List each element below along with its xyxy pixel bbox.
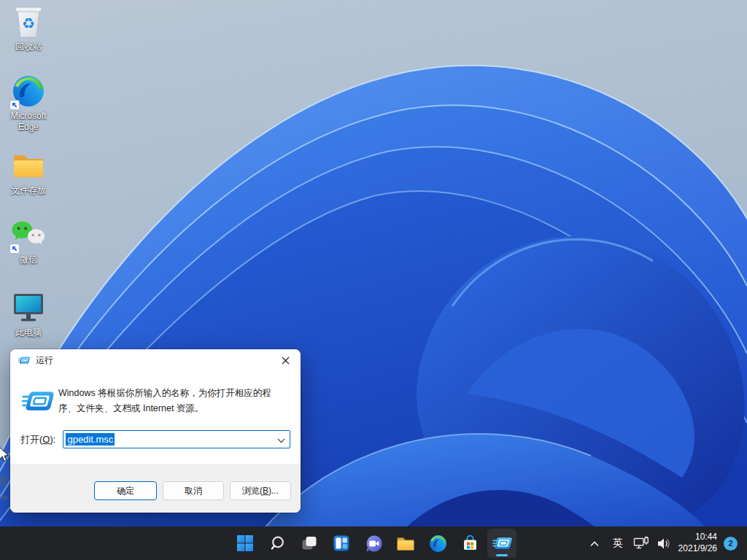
shortcut-arrow-icon — [9, 100, 20, 110]
store-button[interactable] — [455, 529, 484, 558]
run-dialog: 运行 Windows 将根据你所输入的名称，为你打开相应的程序、文件夹、文档或 … — [10, 349, 301, 513]
clock-time: 10:44 — [678, 532, 717, 543]
edge-button[interactable] — [423, 529, 452, 558]
widgets-icon — [333, 534, 350, 552]
chat-icon — [365, 534, 383, 553]
search-button[interactable] — [263, 529, 292, 558]
widgets-button[interactable] — [327, 529, 356, 558]
recycle-bin-icon: ♻ — [11, 4, 46, 39]
run-icon — [18, 355, 30, 365]
active-app-indicator — [496, 554, 508, 556]
desktop-icon-edge[interactable]: Microsoft Edge — [1, 74, 56, 133]
desktop-icon-wechat[interactable]: 微信 — [1, 217, 56, 265]
taskbar: 英 10:44 2021/9/26 2 — [0, 526, 747, 560]
svg-text:♻: ♻ — [22, 15, 35, 31]
hidden-icons-chevron[interactable] — [587, 532, 603, 554]
chat-button[interactable] — [359, 529, 388, 558]
ok-button[interactable]: 确定 — [94, 481, 157, 500]
task-view-icon — [301, 534, 318, 552]
network-icon[interactable] — [633, 532, 649, 554]
search-icon — [268, 534, 286, 552]
desktop-icon-this-pc[interactable]: 此电脑 — [1, 290, 56, 338]
browse-button[interactable]: 浏览(B)... — [230, 481, 291, 500]
windows-logo-icon — [236, 534, 254, 552]
start-button[interactable] — [231, 529, 260, 558]
cancel-button[interactable]: 取消 — [163, 481, 224, 500]
run-icon — [22, 388, 54, 417]
desktop-icon-label: 回收站 — [15, 42, 42, 52]
run-command-input[interactable]: gpedit.msc — [63, 430, 290, 448]
desktop-icon-label: 此电脑 — [15, 327, 42, 338]
input-method-indicator[interactable]: 英 — [609, 537, 627, 550]
desktop-icon-files[interactable]: 文件存放 — [1, 148, 56, 196]
taskbar-clock[interactable]: 10:44 2021/9/26 — [678, 532, 717, 554]
file-explorer-icon — [396, 535, 415, 552]
run-dialog-title: 运行 — [36, 354, 270, 367]
desktop-icon-label: 微信 — [20, 254, 37, 265]
close-icon[interactable] — [270, 349, 301, 371]
volume-icon[interactable] — [656, 532, 672, 554]
run-dialog-titlebar[interactable]: 运行 — [10, 349, 301, 371]
shortcut-arrow-icon — [9, 244, 20, 254]
wechat-icon — [11, 217, 46, 252]
chevron-down-icon[interactable] — [277, 433, 285, 446]
clock-date: 2021/9/26 — [678, 543, 717, 555]
edge-icon — [11, 74, 46, 109]
run-icon — [492, 535, 512, 551]
run-app-taskbar-button[interactable] — [487, 529, 516, 558]
edge-icon — [429, 534, 447, 553]
open-label: 打开(O): — [20, 433, 55, 446]
desktop-icon-label: Microsoft Edge — [1, 111, 56, 133]
obscured-desktop-icon — [0, 474, 9, 503]
notification-badge[interactable]: 2 — [724, 537, 738, 551]
desktop-icon-recycle-bin[interactable]: ♻ 回收站 — [1, 4, 56, 52]
run-dialog-body: Windows 将根据你所输入的名称，为你打开相应的程序、文件夹、文档或 Int… — [10, 371, 301, 464]
file-explorer-button[interactable] — [391, 529, 420, 558]
this-pc-icon — [11, 290, 46, 325]
run-dialog-footer: 确定 取消 浏览(B)... — [10, 464, 301, 513]
task-view-button[interactable] — [295, 529, 324, 558]
desktop-icon-label: 文件存放 — [11, 185, 46, 196]
run-dialog-description: Windows 将根据你所输入的名称，为你打开相应的程序、文件夹、文档或 Int… — [58, 386, 286, 416]
run-command-value: gpedit.msc — [66, 433, 115, 446]
store-icon — [461, 534, 479, 553]
folder-icon — [11, 148, 46, 183]
